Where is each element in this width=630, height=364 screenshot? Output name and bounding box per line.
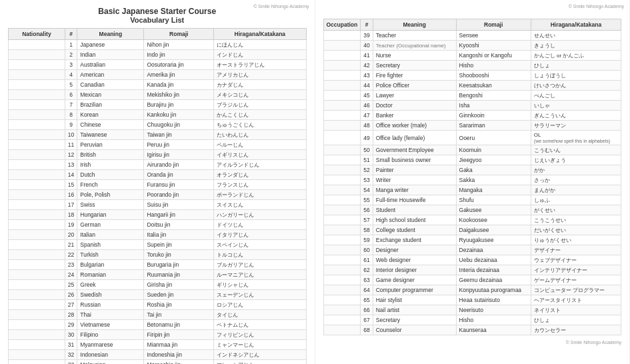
meaning-cell: Italian	[77, 230, 144, 240]
num-cell: 48	[361, 121, 373, 131]
nationality-cell	[9, 250, 65, 260]
left-panel: © Smile Nihongo Academy Basic Japanese S…	[0, 0, 315, 364]
meaning-cell: Nurse	[373, 51, 456, 61]
meaning-cell: Chinese	[77, 120, 144, 130]
hiragana-cell: スイスじん	[214, 200, 306, 210]
hiragana-cell: スェーデンじん	[214, 290, 306, 300]
nationality-cell	[9, 140, 65, 150]
col-header-num: #	[65, 29, 77, 40]
romaji-cell: Poorando jin	[144, 190, 214, 200]
meaning-cell: Teacher (Occupational name)	[373, 41, 456, 51]
table-row: 7BrazilianBurajiru jinブラジルじん	[9, 100, 307, 110]
occupation-cell	[323, 51, 361, 61]
table-row: 23BulgarianBurugaria jinブルガリアじん	[9, 260, 307, 270]
meaning-cell: Swiss	[77, 200, 144, 210]
num-cell: 42	[361, 61, 373, 71]
num-cell: 18	[65, 210, 77, 220]
num-cell: 8	[65, 110, 77, 120]
romaji-cell: Betonamu jin	[144, 320, 214, 330]
num-cell: 2	[65, 50, 77, 60]
num-cell: 33	[65, 360, 77, 365]
occupation-cell	[323, 305, 361, 315]
num-cell: 4	[65, 70, 77, 80]
hiragana-cell: けいさつかん	[531, 81, 621, 91]
table-row: 45LawyerBengoshiべんごし	[323, 91, 621, 101]
hiragana-cell: タイじん	[214, 310, 306, 320]
occupation-cell	[323, 71, 361, 81]
num-cell: 47	[361, 111, 373, 121]
nationality-cell	[9, 130, 65, 140]
hiragana-cell: アイルランドじん	[214, 160, 306, 170]
hiragana-cell: ひしょ	[531, 61, 621, 71]
nationality-cell	[9, 240, 65, 250]
meaning-cell: Police Officer	[373, 81, 456, 91]
num-cell: 51	[361, 155, 373, 165]
num-cell: 50	[361, 145, 373, 155]
num-cell: 45	[361, 91, 373, 101]
hiragana-cell: サラリーマン	[531, 121, 621, 131]
occupation-cell	[323, 265, 361, 275]
hiragana-cell: メキシコじん	[214, 90, 306, 100]
meaning-cell: Pole, Polish	[77, 190, 144, 200]
romaji-cell: Doitsu jin	[144, 220, 214, 230]
table-row: 4AmericanAmerika jinアメリカじん	[9, 70, 307, 80]
occupation-cell	[323, 121, 361, 131]
nationality-cell	[9, 50, 65, 60]
table-row: 65Hair stylistHeaa sutairisutoヘアースタイリスト	[323, 295, 621, 305]
nationality-cell	[9, 150, 65, 160]
table-row: 54Manga writerMangakaまんがか	[323, 185, 621, 195]
num-cell: 6	[65, 90, 77, 100]
nationality-cell	[9, 100, 65, 110]
num-cell: 53	[361, 175, 373, 185]
num-cell: 46	[361, 101, 373, 111]
num-cell: 28	[65, 310, 77, 320]
nationality-cell	[9, 220, 65, 230]
meaning-cell: Lawyer	[373, 91, 456, 101]
table-row: 64Computer programmerKonpyuutaa purogram…	[323, 285, 621, 295]
hiragana-cell: インドネシアじん	[214, 350, 306, 360]
occupation-cell	[323, 245, 361, 255]
hiragana-cell: ヘアースタイリスト	[531, 295, 621, 305]
romaji-cell: Kankoku jin	[144, 110, 214, 120]
nationality-table: Nationality # Meaning Romaji Hiragana/Ka…	[8, 28, 307, 364]
occupation-cell	[323, 235, 361, 245]
hiragana-cell: さっか	[531, 175, 621, 185]
romaji-cell: Ruumania jin	[144, 270, 214, 280]
meaning-cell: College student	[373, 225, 456, 235]
hiragana-cell: ネイリスト	[531, 305, 621, 315]
col-header-occupation: Occupation	[323, 19, 361, 31]
nationality-cell	[9, 290, 65, 300]
nationality-cell	[9, 340, 65, 350]
occupation-cell	[323, 91, 361, 101]
num-cell: 60	[361, 245, 373, 255]
col-header-hiragana2: Hiragana/Katakana	[531, 19, 621, 31]
num-cell: 20	[65, 230, 77, 240]
meaning-cell: Web designer	[373, 255, 456, 265]
romaji-cell: Girisha jin	[144, 280, 214, 290]
num-cell: 21	[65, 240, 77, 250]
table-row: 2IndianIndo jinインドじん	[9, 50, 307, 60]
meaning-cell: Swedish	[77, 290, 144, 300]
romaji-cell: Neerisuto	[456, 305, 531, 315]
hiragana-cell: ぎんこういん	[531, 111, 621, 121]
romaji-cell: Mangaka	[456, 185, 531, 195]
num-cell: 19	[65, 220, 77, 230]
num-cell: 9	[65, 120, 77, 130]
meaning-cell: Counselor	[373, 325, 456, 335]
nationality-cell	[9, 110, 65, 120]
num-cell: 62	[361, 265, 373, 275]
right-watermark-top: © Smile Nihongo Academy	[569, 4, 624, 9]
table-row: 25GreekGirisha jinギリシャじん	[9, 280, 307, 290]
meaning-cell: Computer programmer	[373, 285, 456, 295]
romaji-cell: Burajiru jin	[144, 100, 214, 110]
num-cell: 39	[361, 31, 373, 41]
meaning-cell: Irish	[77, 160, 144, 170]
meaning-cell: Russian	[77, 300, 144, 310]
table-row: 57High school studentKookooseeこうこうせい	[323, 215, 621, 225]
romaji-cell: Kangoshi or Kangofu	[456, 51, 531, 61]
nationality-cell	[9, 200, 65, 210]
hiragana-cell: トルコじん	[214, 250, 306, 260]
meaning-cell: Greek	[77, 280, 144, 290]
num-cell: 16	[65, 190, 77, 200]
nationality-cell	[9, 280, 65, 290]
